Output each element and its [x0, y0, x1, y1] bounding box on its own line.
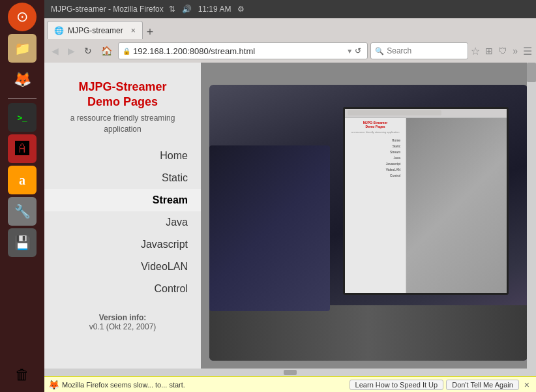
ubuntu-icon[interactable]: ⊙	[8, 3, 37, 31]
dropdown-arrow-icon[interactable]: ▼	[346, 48, 353, 55]
search-icon: 🔍	[375, 47, 384, 55]
notif-firefox-icon: 🦊	[48, 380, 59, 390]
tab-close-btn[interactable]: ×	[131, 26, 136, 35]
sidebar: MJPG-Streamer Demo Pages a ressource fri…	[44, 63, 201, 376]
sidebar-title: MJPG-Streamer Demo Pages	[55, 80, 190, 110]
window-controls: ⇅ 🔊 11:19 AM ⚙	[169, 5, 245, 14]
window-title: MJPG-streamer - Mozilla Firefox	[51, 5, 164, 14]
version-label: Version info:	[99, 313, 147, 322]
new-tab-button[interactable]: +	[143, 25, 158, 39]
scrollbar-thumb[interactable]	[527, 63, 536, 82]
shield-icon[interactable]: 🛡	[498, 46, 507, 56]
sync-icon[interactable]: ⊞	[485, 46, 493, 56]
notification-bar: 🦊 Mozilla Firefox seems slow... to... st…	[44, 376, 536, 392]
sidebar-version: Version info: v0.1 (Okt 22, 2007)	[44, 313, 201, 331]
notification-message: Mozilla Firefox seems slow... to... star…	[62, 381, 347, 389]
version-value: v0.1 (Okt 22, 2007)	[89, 322, 156, 331]
amazon-icon[interactable]: a	[8, 166, 37, 194]
stream-image: MJPG-StreamerDemo Pages a ressource frie…	[201, 63, 536, 376]
tab-label: MJPG-streamer	[68, 26, 123, 35]
tab-mjpg[interactable]: 🌐 MJPG-streamer ×	[47, 21, 143, 39]
laptop-visual: MJPG-StreamerDemo Pages a ressource frie…	[209, 85, 528, 361]
search-container[interactable]: 🔍	[370, 42, 468, 59]
browser-chrome: MJPG-streamer - Mozilla Firefox ⇅ 🔊 11:1…	[44, 0, 536, 63]
sys-icon-2: 🔊	[182, 5, 192, 14]
address-bar[interactable]	[133, 46, 346, 56]
horizontal-scrollbar[interactable]	[44, 369, 536, 376]
go-button[interactable]: ↺	[353, 46, 363, 55]
page-content: MJPG-Streamer Demo Pages a ressource fri…	[44, 63, 536, 376]
dont-tell-button[interactable]: Don't Tell Me Again	[446, 380, 519, 390]
sidebar-item-stream[interactable]: Stream	[44, 189, 201, 211]
scrollbar-v[interactable]	[527, 63, 536, 376]
tab-icon: 🌐	[54, 26, 64, 35]
more-tools-icon[interactable]: »	[513, 46, 518, 56]
address-bar-container[interactable]: 🔒 ▼ ↺	[118, 42, 368, 59]
menu-icon[interactable]: ☰	[523, 45, 532, 57]
sidebar-item-static[interactable]: Static	[44, 167, 201, 189]
terminal-label: >_	[18, 113, 27, 123]
sidebar-header: MJPG-Streamer Demo Pages a ressource fri…	[44, 73, 201, 145]
hscroll-thumb[interactable]	[284, 370, 297, 375]
sidebar-nav: Home Static Stream Java Javascript Video…	[44, 145, 201, 300]
forward-button[interactable]: ▶	[65, 44, 78, 57]
nav-icons: ☆ ⊞ 🛡 » ☰	[471, 45, 532, 57]
sidebar-item-javascript[interactable]: Javascript	[44, 234, 201, 256]
sidebar-item-java[interactable]: Java	[44, 211, 201, 234]
home-button[interactable]: 🏠	[98, 44, 115, 57]
files-icon[interactable]: 📁	[8, 34, 37, 63]
taskbar: ⊙ 📁 🦊 >_ 🅰 a 🔧 💾 🗑	[0, 0, 44, 392]
back-button[interactable]: ◀	[48, 44, 62, 57]
stream-content: ♻ ⚓	[201, 63, 536, 376]
trash-icon[interactable]: 🗑	[8, 361, 37, 389]
sidebar-subtitle: a ressource friendly streaming applicati…	[55, 113, 190, 135]
software-icon[interactable]: 🅰	[8, 134, 37, 163]
sidebar-item-control[interactable]: Control	[44, 278, 201, 300]
titlebar: MJPG-streamer - Mozilla Firefox ⇅ 🔊 11:1…	[44, 0, 536, 18]
tools-icon[interactable]: 🔧	[8, 197, 37, 226]
browser-window: ⊙ 📁 🦊 >_ 🅰 a 🔧 💾 🗑 MJPG-streamer - Mozil…	[0, 0, 536, 392]
nav-bar: ◀ ▶ ↻ 🏠 🔒 ▼ ↺ 🔍 ☆ ⊞ 🛡 » ☰	[44, 39, 536, 63]
disk-icon[interactable]: 💾	[8, 228, 37, 257]
search-input[interactable]	[387, 46, 452, 55]
bookmark-star-icon[interactable]: ☆	[471, 45, 480, 57]
sys-icon-1: ⇅	[169, 5, 175, 14]
lock-icon: 🔒	[123, 48, 130, 55]
tab-bar: 🌐 MJPG-streamer × +	[44, 18, 536, 39]
sidebar-item-home[interactable]: Home	[44, 145, 201, 167]
notification-close-button[interactable]: ×	[522, 380, 532, 390]
sys-icon-3: ⚙	[237, 5, 245, 14]
sidebar-item-videolan[interactable]: VideoLAN	[44, 256, 201, 278]
terminal-icon[interactable]: >_	[8, 103, 37, 132]
firefox-icon[interactable]: 🦊	[8, 65, 37, 94]
learn-speed-button[interactable]: Learn How to Speed It Up	[350, 380, 444, 390]
clock: 11:19 AM	[198, 5, 231, 14]
refresh-button[interactable]: ↻	[81, 44, 95, 57]
